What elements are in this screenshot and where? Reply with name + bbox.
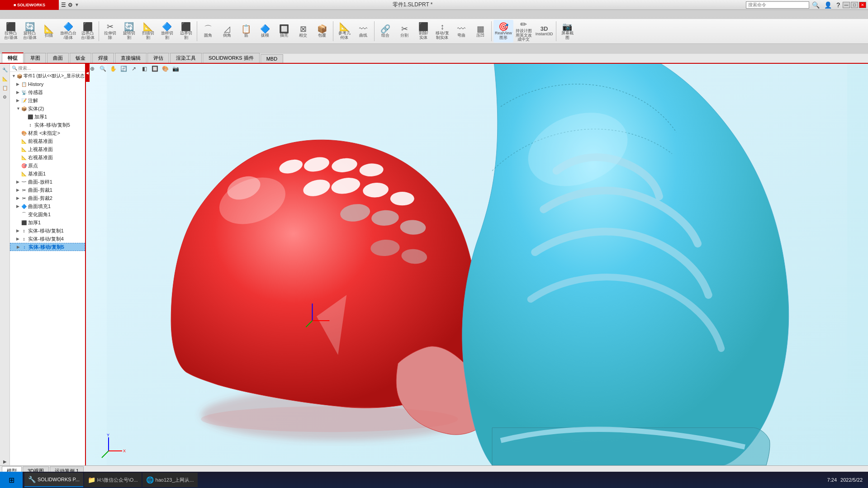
tab-sheetmetal[interactable]: 钣金 xyxy=(70,53,91,63)
tree-item-trim-surface2[interactable]: ▶ ✂ 曲面-剪裁2 xyxy=(10,194,85,202)
view-rotate[interactable]: 🔄 xyxy=(119,64,128,73)
instant3d-btn[interactable]: 3D Instant3D xyxy=(534,20,555,43)
search-icon[interactable]: 🔍 xyxy=(810,1,821,9)
tab-sketch[interactable]: 草图 xyxy=(24,53,46,63)
tree-item-plane1[interactable]: ▶ 📐 基准面1 xyxy=(10,170,85,178)
sweep-cut-btn[interactable]: 📐 扫描切割 xyxy=(139,20,157,43)
tree-filter-input[interactable] xyxy=(18,66,83,71)
taskbar-sw-item[interactable]: 🔧 SOLIDWORKS P... xyxy=(24,473,83,487)
view-appearances[interactable]: 🎨 xyxy=(161,64,170,73)
screenshot-btn[interactable]: 📷 屏幕截图 xyxy=(558,20,576,43)
config-manager-icon[interactable]: 📋 xyxy=(1,84,9,92)
search-input[interactable] xyxy=(746,1,809,9)
flex-btn[interactable]: 〰 弯曲 xyxy=(452,20,470,43)
loft-cut-btn[interactable]: 🔷 放样切割 xyxy=(158,20,176,43)
tree-item-move4[interactable]: ▶ ↕ 实体-移动/复制4 xyxy=(10,235,85,243)
tree-item-sensors[interactable]: ▶ 📡 传感器 xyxy=(10,88,85,96)
intersect-btn[interactable]: ⊠ 相交 xyxy=(294,20,312,43)
design-checker-btn[interactable]: ✏ 持设计图用英文改成中文 xyxy=(514,20,533,43)
tree-item-boss1[interactable]: ▶ ⬛ 加厚1 xyxy=(10,113,85,121)
view-zoom-in[interactable]: 🔍 xyxy=(98,64,107,73)
svg-point-9 xyxy=(390,192,414,205)
tree-item-top-plane[interactable]: ▶ 📐 上视基准面 xyxy=(10,145,85,153)
feature-tree-panel: 🔧 📐 📋 ⚙ ▶ 🔍 ▼ 📦 零件1 (默认<<默认>_显示状态 1>) ▶ … xyxy=(0,64,86,465)
reference-geometry-btn[interactable]: 📐 参考几何体 xyxy=(335,20,353,43)
window-title: 零件1.SLDPRT * xyxy=(393,1,433,8)
fillet-btn[interactable]: ⌒ 圆角 xyxy=(199,20,217,43)
combine-btn[interactable]: 🔗 组合 xyxy=(376,20,394,43)
taskbar-file-item[interactable]: 📁 H:\微信公众号\O... xyxy=(84,473,142,487)
tab-evaluate[interactable]: 评估 xyxy=(147,53,169,63)
realview-btn[interactable]: 🎯 RealView图形 xyxy=(493,20,513,43)
tree-item-trim-surface1[interactable]: ▶ ✂ 曲面-剪裁1 xyxy=(10,186,85,194)
3d-viewport[interactable]: Y X Z xyxy=(86,64,868,465)
svg-line-26 xyxy=(102,451,109,458)
view-pan[interactable]: ✋ xyxy=(109,64,118,73)
extrude-boss-btn[interactable]: ⬛ 拉伸凸台/基体 xyxy=(2,20,20,43)
tab-plugins[interactable]: SOLIDWORKS 插件 xyxy=(203,53,260,63)
tree-item-material[interactable]: ▶ 🎨 材质 <未指定> xyxy=(10,129,85,137)
indent2-btn[interactable]: ▦ 压凹 xyxy=(471,20,489,43)
system-tray: 7:24 2022/5/22 xyxy=(822,477,868,483)
tree-item-thicken1[interactable]: ▶ ⬛ 加厚1 xyxy=(10,218,85,227)
tree-item-history[interactable]: ▶ 📋 History xyxy=(10,80,85,88)
minimize-button[interactable]: — xyxy=(843,2,850,8)
curves-btn[interactable]: 〰 曲线 xyxy=(354,20,372,43)
dim-expert-icon[interactable]: ⚙ xyxy=(1,93,9,101)
close-button[interactable]: ✕ xyxy=(859,2,866,8)
split-btn[interactable]: ✂ 分割 xyxy=(395,20,413,43)
tab-surface[interactable]: 曲面 xyxy=(47,53,69,63)
maximize-button[interactable]: □ xyxy=(851,2,858,8)
taskbar-browser-item[interactable]: 🌐 hao123_上网从... xyxy=(142,473,198,487)
view-display[interactable]: 🔲 xyxy=(150,64,159,73)
start-button[interactable]: ⊞ xyxy=(0,472,23,488)
feature-tree-icon[interactable]: 🔧 xyxy=(1,66,9,74)
tree-item-fill-surface1[interactable]: ▶ 🔷 曲面填充1 xyxy=(10,202,85,210)
revolve-cut-btn[interactable]: 🔄 旋转切割 xyxy=(120,20,138,43)
taskbar-date: 2022/5/22 xyxy=(840,477,863,483)
loft-boss-btn[interactable]: 🔷 放样凸台/基体 xyxy=(59,20,78,43)
tree-item-move5[interactable]: ▶ ↕ 实体-移动/复制5 xyxy=(10,243,85,251)
tree-item-move1[interactable]: ▶ ↕ 实体-移动/复制1 xyxy=(10,227,85,235)
tree-item-solids[interactable]: ▼ 📦 实体(2) xyxy=(10,104,85,113)
tree-item-var-fillet1[interactable]: ▶ ⌒ 变化圆角1 xyxy=(10,210,85,218)
expand-arrow[interactable]: ▶ xyxy=(1,457,9,465)
titlebar-center: 零件1.SLDPRT * xyxy=(79,1,746,9)
draft-btn[interactable]: 🔷 拔模 xyxy=(256,20,274,43)
coordinate-axis: Y X Z xyxy=(100,433,127,461)
view-orientation[interactable]: 📷 xyxy=(171,64,180,73)
tree-item-annotations[interactable]: ▶ 📝 注解 xyxy=(10,96,85,104)
wrap-btn[interactable]: 📦 包覆 xyxy=(313,20,331,43)
user-icon[interactable]: 👤 xyxy=(822,1,834,9)
indent-btn[interactable]: ⬛ 割除/实体 xyxy=(414,20,432,43)
tree-item-move5-sub[interactable]: ▶ ↕ 实体-移动/复制5 xyxy=(10,121,85,129)
view-zoom-fit[interactable]: ⊕ xyxy=(88,64,97,73)
boundary-cut-btn[interactable]: ⬛ 边界切割 xyxy=(177,20,195,43)
tree-item-root[interactable]: ▼ 📦 零件1 (默认<<默认>_显示状态 1>) xyxy=(10,72,85,80)
chamfer-btn[interactable]: ◿ 倒角 xyxy=(218,20,236,43)
tree-item-front-plane[interactable]: ▶ 📐 前视基准面 xyxy=(10,137,85,145)
tab-direct-edit[interactable]: 直接编辑 xyxy=(115,53,147,63)
view-section[interactable]: ◧ xyxy=(140,64,149,73)
property-manager-icon[interactable]: 📐 xyxy=(1,75,9,83)
shell-btn[interactable]: 🔲 抽壳 xyxy=(275,20,293,43)
revolve-boss-btn[interactable]: 🔄 旋转凸台/基体 xyxy=(21,20,39,43)
help-icon[interactable]: ? xyxy=(835,1,842,9)
rib-btn[interactable]: 📋 筋 xyxy=(237,20,255,43)
tree-item-right-plane[interactable]: ▶ 📐 右视基准面 xyxy=(10,153,85,161)
sweep-btn[interactable]: 📐 扫描 xyxy=(40,20,58,43)
move-copy-btn[interactable]: ↕ 移动/复制实体 xyxy=(433,20,451,43)
tab-features[interactable]: 特征 xyxy=(2,52,24,63)
svg-point-21 xyxy=(201,406,458,432)
extrude-cut-btn[interactable]: ✂ 拉伸切除 xyxy=(101,20,119,43)
tree-item-origin[interactable]: ▶ 🎯 原点 xyxy=(10,161,85,170)
boundary-boss-btn[interactable]: ⬛ 边界凸台/基体 xyxy=(79,20,97,43)
taskbar-time: 7:24 xyxy=(827,477,837,483)
sw-logo: ■ SOLIDWORKS xyxy=(0,0,59,10)
tab-weld[interactable]: 焊接 xyxy=(92,53,114,63)
view-select[interactable]: ↗ xyxy=(129,64,138,73)
main-toolbar: ⬛ 拉伸凸台/基体 🔄 旋转凸台/基体 📐 扫描 🔷 放样凸台/基体 ⬛ 边界凸… xyxy=(0,19,868,44)
tree-item-loft-surface1[interactable]: ▶ 〰 曲面-放样1 xyxy=(10,178,85,186)
tab-render[interactable]: 渲染工具 xyxy=(170,53,202,63)
tab-mbd[interactable]: MBD xyxy=(261,54,283,63)
